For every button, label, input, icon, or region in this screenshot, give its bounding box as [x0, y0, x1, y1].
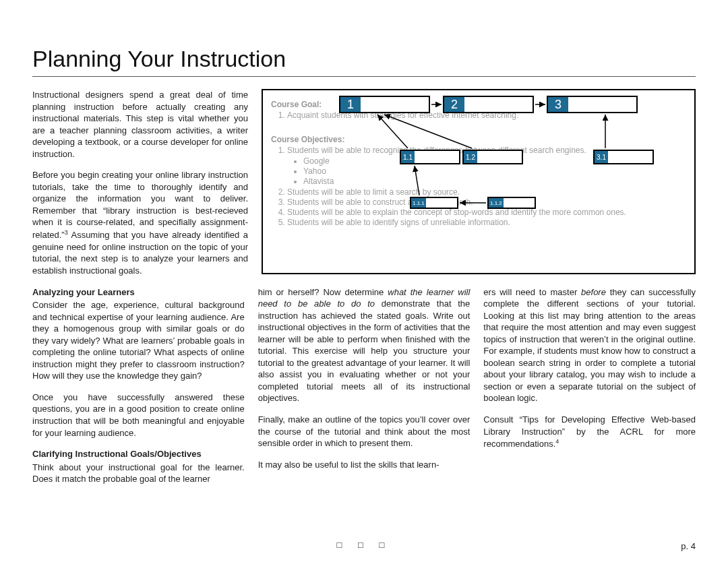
flownode-1-1: 1.1	[400, 150, 460, 164]
hd-clarifying: Clarifying Instructional Goals/Objective…	[32, 448, 245, 460]
col-b-p3: It may also be useful to list the skills…	[258, 459, 471, 471]
goal-label: Course Goal:	[271, 100, 322, 109]
flownode-3-1: 3.1	[593, 150, 654, 164]
intro-p2: Before you begin creating your online li…	[32, 169, 248, 276]
objectives-label: Course Objectives:	[271, 135, 344, 144]
intro-column: Instructional designers spend a great de…	[32, 89, 248, 277]
body-col-1: Analyzing your Learners Consider the age…	[32, 286, 245, 485]
page-number: p. 4	[681, 541, 696, 551]
body-col-3: ers will need to master before they can …	[483, 286, 696, 485]
course-diagram: Course Goal: Acquaint students with stra…	[262, 89, 696, 274]
footnote-4: 4	[555, 438, 559, 445]
intro-p1: Instructional designers spend a great de…	[32, 89, 248, 160]
hd-analyzing: Analyzing your Learners	[32, 286, 245, 299]
engine-altavista: Altavista	[303, 177, 686, 186]
col-b-p1: him or herself? Now determine what the l…	[258, 286, 471, 404]
flownode-1: 1	[339, 96, 430, 113]
obj-4: Students will be able to explain the con…	[287, 208, 686, 217]
flownode-3: 3	[547, 96, 638, 113]
col-c-p1: ers will need to master before they can …	[483, 286, 696, 404]
flownode-1-1-2: 1.1.2	[487, 197, 536, 209]
intro-p2b: Assuming that you have already identifie…	[32, 230, 248, 276]
body-col-2: him or herself? Now determine what the l…	[258, 286, 471, 485]
page-title: Planning Your Instruction	[32, 46, 696, 72]
flownode-1-1-1: 1.1.1	[410, 197, 458, 209]
obj-5: Students will be able to identify signs …	[287, 218, 686, 227]
flownode-2: 2	[443, 96, 534, 113]
obj-2: Students will be able to limit a search …	[287, 187, 686, 197]
obj-3: Students will be able to construct a Boo…	[287, 197, 686, 207]
col-c-p2: Consult “Tips for Developing Effective W…	[483, 414, 696, 450]
col-a-p1: Consider the age, experience, cultural b…	[32, 299, 245, 382]
engine-yahoo: Yahoo	[303, 166, 686, 176]
col-b-p2: Finally, make an outline of the topics y…	[258, 414, 471, 449]
title-rule	[32, 76, 696, 77]
col-a-p2: Once you have successfully answered thes…	[32, 392, 245, 439]
page-ornament: □ □ □	[0, 540, 728, 550]
flownode-1-2: 1.2	[462, 150, 523, 164]
col-a-p3: Think about your instructional goal for …	[32, 462, 245, 485]
